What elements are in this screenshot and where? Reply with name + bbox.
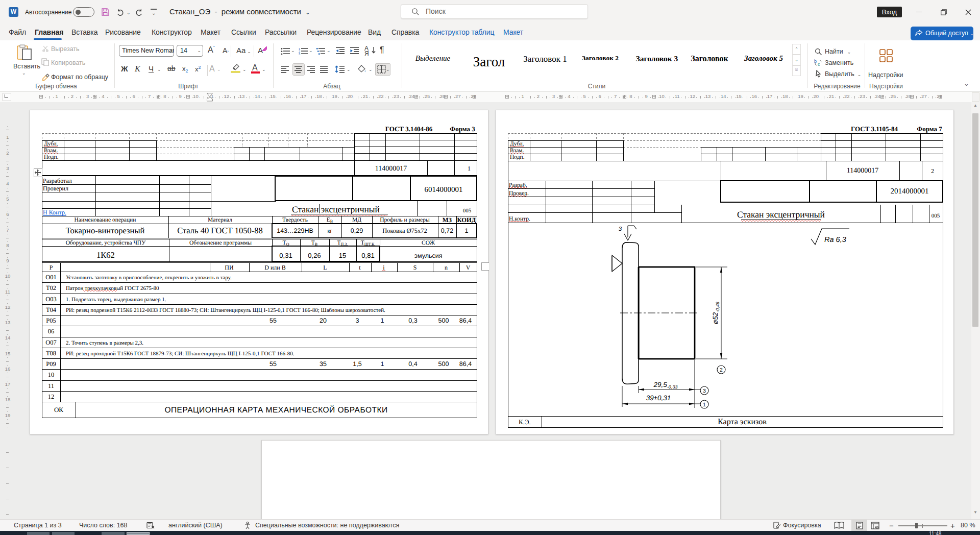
svg-text:3: 3: [703, 388, 706, 394]
svg-text:6014000001: 6014000001: [425, 186, 463, 194]
svg-text:10: 10: [48, 371, 55, 378]
svg-text:Стакан эксцентричный: Стакан эксцентричный: [737, 209, 825, 220]
svg-text:86,4: 86,4: [459, 317, 472, 324]
svg-text:Карта эскизов: Карта эскизов: [718, 418, 767, 426]
svg-text:1К62: 1К62: [96, 250, 115, 260]
svg-text:Т02: Т02: [46, 284, 56, 291]
svg-text:1: 1: [465, 227, 469, 234]
svg-text:Подп.: Подп.: [510, 154, 525, 160]
svg-text:Разработал: Разработал: [43, 177, 72, 184]
svg-text:Р05: Р05: [46, 317, 56, 324]
svg-text:005: 005: [463, 208, 472, 214]
svg-text:Н Контр.: Н Контр.: [43, 209, 66, 216]
svg-text:0,81: 0,81: [361, 252, 374, 259]
svg-text:i: i: [383, 264, 385, 271]
svg-text:0,26: 0,26: [308, 252, 321, 259]
svg-text:86,4: 86,4: [459, 360, 472, 368]
svg-text:35: 35: [320, 360, 327, 368]
svg-text:3: 3: [356, 317, 359, 324]
svg-text:ПИ: ПИ: [225, 264, 234, 271]
svg-text:55: 55: [270, 317, 277, 324]
svg-text:1: 1: [703, 402, 706, 408]
svg-text:Сталь 40 ГОСТ 1050-88: Сталь 40 ГОСТ 1050-88: [177, 226, 263, 235]
svg-text:0,4: 0,4: [408, 360, 417, 368]
svg-text:500: 500: [438, 360, 449, 368]
svg-text:эмульсия: эмульсия: [414, 252, 443, 259]
svg-text:ТО: ТО: [283, 240, 289, 247]
svg-text:Патрон трехкулачковый ГОСТ 267: Патрон трехкулачковый ГОСТ 2675-80: [66, 285, 159, 291]
svg-text:Твердость: Твердость: [282, 217, 308, 223]
svg-text:D или В: D или В: [264, 264, 286, 271]
svg-text:МД: МД: [352, 217, 361, 223]
svg-text:Материал: Материал: [208, 217, 232, 223]
svg-text:Р09: Р09: [46, 360, 56, 368]
svg-text:ГОСТ 3.1105-84: ГОСТ 3.1105-84: [851, 125, 898, 133]
svg-text:ТВ: ТВ: [311, 240, 317, 247]
svg-text:12: 12: [48, 393, 55, 400]
svg-text:ЕВ: ЕВ: [327, 217, 333, 224]
svg-text:55: 55: [270, 360, 277, 368]
svg-text:ТП.З.: ТП.З.: [337, 240, 348, 247]
svg-text:Оборудование, устройства ЧПУ: Оборудование, устройства ЧПУ: [66, 240, 146, 246]
svg-text:114000017: 114000017: [847, 167, 878, 175]
svg-text:Р: Р: [50, 264, 53, 271]
svg-text:2014000001: 2014000001: [891, 187, 929, 196]
svg-text:Установить заготовку в приспос: Установить заготовку в приспособление, о…: [66, 275, 232, 281]
svg-text:Наименование операции: Наименование операции: [75, 217, 136, 223]
svg-text:Стакан эксцентричный: Стакан эксцентричный: [292, 204, 380, 214]
svg-text:2: 2: [931, 167, 934, 175]
svg-text:Т04: Т04: [46, 306, 57, 313]
svg-text:ГОСТ 3.1404-86: ГОСТ 3.1404-86: [385, 125, 433, 133]
svg-text:Проверил: Проверил: [43, 185, 68, 192]
svg-text:О07: О07: [45, 339, 57, 346]
svg-text:39±0,31: 39±0,31: [646, 394, 671, 402]
svg-text:О03: О03: [45, 296, 57, 303]
svg-text:РИ: резец проходной Т15К6 ГОСТ: РИ: резец проходной Т15К6 ГОСТ 18879-73;…: [66, 351, 295, 357]
svg-text:кг: кг: [327, 228, 332, 234]
svg-text:11: 11: [48, 382, 54, 390]
svg-text:143…229НВ: 143…229НВ: [277, 227, 313, 234]
svg-text:c: c: [818, 62, 820, 67]
svg-text:Т08: Т08: [46, 350, 56, 357]
svg-text:V: V: [466, 264, 471, 271]
svg-text:Подп.: Подп.: [44, 154, 59, 160]
svg-text:500: 500: [438, 317, 449, 324]
svg-text:Поковка Ø75х72: Поковка Ø75х72: [382, 227, 427, 234]
svg-text:Форма 3: Форма 3: [450, 125, 475, 133]
svg-text:К.Э.: К.Э.: [519, 418, 531, 426]
svg-text:15: 15: [339, 252, 346, 259]
svg-text:ТШТ.К.: ТШТ.К.: [361, 240, 376, 247]
svg-text:b: b: [814, 59, 817, 64]
svg-text:ОК: ОК: [54, 406, 63, 414]
svg-text:0,29: 0,29: [351, 227, 363, 234]
svg-text:Токарно-винторезный: Токарно-винторезный: [66, 226, 145, 235]
svg-text:СОЖ: СОЖ: [422, 240, 435, 246]
svg-text:1,5: 1,5: [353, 360, 361, 368]
svg-text:29,5-0,33: 29,5-0,33: [653, 381, 678, 390]
svg-text:0,72: 0,72: [441, 227, 453, 234]
svg-text:Обозначение программы: Обозначение программы: [189, 240, 252, 246]
svg-text:0,3: 0,3: [408, 317, 417, 324]
svg-text:2: 2: [720, 367, 723, 373]
svg-text:Ra 6,3: Ra 6,3: [824, 236, 846, 244]
svg-text:1: 1: [468, 165, 471, 172]
svg-text:КОИД: КОИД: [457, 216, 476, 224]
svg-text:L: L: [323, 264, 327, 271]
svg-text:Форма 7: Форма 7: [917, 125, 942, 133]
svg-text:005: 005: [932, 213, 940, 219]
svg-text:МЗ: МЗ: [443, 216, 452, 224]
svg-text:S: S: [413, 264, 417, 271]
svg-text:2. Точить ступень в размеры 2,: 2. Точить ступень в размеры 2,3.: [66, 340, 143, 346]
svg-text:114000017: 114000017: [375, 165, 407, 173]
svg-text:20: 20: [320, 317, 327, 324]
svg-text:1: 1: [381, 360, 384, 368]
svg-text:3: 3: [299, 53, 300, 56]
svg-text:1. Подрезать торец, выдерживая: 1. Подрезать торец, выдерживая размер 1.: [66, 297, 166, 303]
svg-text:ОПЕРАЦИОННАЯ КАРТА МЕХАНИЧЕСКО: ОПЕРАЦИОННАЯ КАРТА МЕХАНИЧЕСКОЙ ОБРАБОТК…: [164, 405, 387, 415]
svg-text:Профиль и размеры: Профиль и размеры: [380, 217, 430, 223]
svg-text:06: 06: [48, 328, 55, 335]
svg-text:РИ: резец подрезной Т15К6 2112: РИ: резец подрезной Т15К6 2112-0033 ГОСТ…: [66, 307, 385, 313]
svg-text:3: 3: [619, 226, 622, 232]
svg-text:ø52-0,46: ø52-0,46: [712, 302, 720, 324]
svg-text:t: t: [359, 264, 361, 271]
